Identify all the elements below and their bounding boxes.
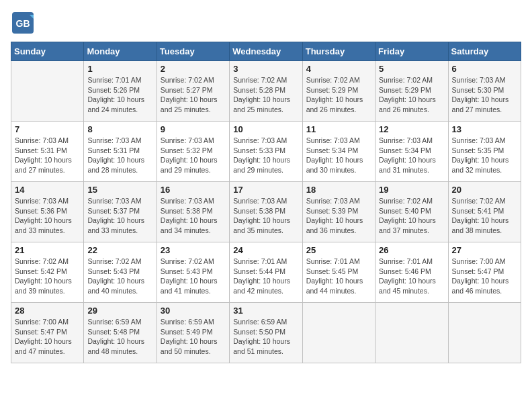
- cell-info: Sunrise: 7:01 AMSunset: 5:26 PMDaylight:…: [87, 76, 144, 113]
- cell-info: Sunrise: 7:00 AMSunset: 5:47 PMDaylight:…: [452, 257, 509, 295]
- cell-info: Sunrise: 7:02 AMSunset: 5:42 PMDaylight:…: [15, 257, 72, 295]
- cell-info: Sunrise: 7:03 AMSunset: 5:30 PMDaylight:…: [452, 76, 509, 113]
- cell-info: Sunrise: 7:00 AMSunset: 5:47 PMDaylight:…: [15, 318, 72, 355]
- day-of-week-header: Monday: [84, 42, 157, 61]
- calendar-cell: 4Sunrise: 7:02 AMSunset: 5:29 PMDaylight…: [302, 61, 375, 122]
- cell-info: Sunrise: 6:59 AMSunset: 5:48 PMDaylight:…: [87, 318, 144, 355]
- day-number: 2: [161, 64, 226, 74]
- calendar-cell: 18Sunrise: 7:03 AMSunset: 5:39 PMDayligh…: [302, 182, 375, 242]
- cell-info: Sunrise: 7:03 AMSunset: 5:39 PMDaylight:…: [306, 197, 363, 234]
- day-number: 19: [379, 185, 444, 195]
- calendar-cell: 7Sunrise: 7:03 AMSunset: 5:31 PMDaylight…: [11, 122, 84, 182]
- day-of-week-header: Sunday: [11, 42, 84, 61]
- day-of-week-header: Thursday: [302, 42, 375, 61]
- cell-info: Sunrise: 7:01 AMSunset: 5:45 PMDaylight:…: [306, 257, 363, 295]
- calendar-week-row: 1Sunrise: 7:01 AMSunset: 5:26 PMDaylight…: [11, 61, 521, 122]
- calendar-cell: [375, 303, 448, 363]
- day-number: 24: [233, 245, 298, 255]
- calendar-cell: 5Sunrise: 7:02 AMSunset: 5:29 PMDaylight…: [375, 61, 448, 122]
- calendar-cell: 11Sunrise: 7:03 AMSunset: 5:34 PMDayligh…: [302, 122, 375, 182]
- calendar-cell: 12Sunrise: 7:03 AMSunset: 5:34 PMDayligh…: [375, 122, 448, 182]
- cell-info: Sunrise: 7:03 AMSunset: 5:32 PMDaylight:…: [161, 136, 218, 174]
- day-number: 8: [87, 124, 152, 134]
- cell-info: Sunrise: 7:03 AMSunset: 5:37 PMDaylight:…: [87, 197, 144, 234]
- calendar-week-row: 7Sunrise: 7:03 AMSunset: 5:31 PMDaylight…: [11, 122, 521, 182]
- day-number: 18: [306, 185, 371, 195]
- day-number: 7: [15, 124, 80, 134]
- calendar-cell: 21Sunrise: 7:02 AMSunset: 5:42 PMDayligh…: [11, 242, 84, 303]
- calendar-cell: 23Sunrise: 7:02 AMSunset: 5:43 PMDayligh…: [157, 242, 229, 303]
- day-number: 21: [15, 245, 80, 255]
- cell-info: Sunrise: 7:02 AMSunset: 5:29 PMDaylight:…: [379, 76, 436, 113]
- calendar-cell: 17Sunrise: 7:03 AMSunset: 5:38 PMDayligh…: [230, 182, 302, 242]
- day-number: 5: [379, 64, 444, 74]
- day-number: 10: [233, 124, 298, 134]
- cell-info: Sunrise: 7:02 AMSunset: 5:40 PMDaylight:…: [379, 197, 436, 234]
- day-number: 29: [87, 306, 152, 316]
- calendar-cell: 27Sunrise: 7:00 AMSunset: 5:47 PMDayligh…: [448, 242, 521, 303]
- day-number: 26: [379, 245, 444, 255]
- day-of-week-header: Wednesday: [230, 42, 302, 61]
- calendar-cell: 16Sunrise: 7:03 AMSunset: 5:38 PMDayligh…: [157, 182, 229, 242]
- calendar-cell: 22Sunrise: 7:02 AMSunset: 5:43 PMDayligh…: [84, 242, 157, 303]
- day-number: 11: [306, 124, 371, 134]
- calendar-cell: 26Sunrise: 7:01 AMSunset: 5:46 PMDayligh…: [375, 242, 448, 303]
- day-of-week-header: Saturday: [448, 42, 521, 61]
- cell-info: Sunrise: 7:03 AMSunset: 5:34 PMDaylight:…: [379, 136, 436, 174]
- day-number: 22: [87, 245, 152, 255]
- calendar-cell: 3Sunrise: 7:02 AMSunset: 5:28 PMDaylight…: [230, 61, 302, 122]
- calendar-cell: 10Sunrise: 7:03 AMSunset: 5:33 PMDayligh…: [230, 122, 302, 182]
- calendar-cell: 15Sunrise: 7:03 AMSunset: 5:37 PMDayligh…: [84, 182, 157, 242]
- day-number: 16: [161, 185, 226, 195]
- cell-info: Sunrise: 6:59 AMSunset: 5:49 PMDaylight:…: [161, 318, 218, 355]
- cell-info: Sunrise: 7:03 AMSunset: 5:31 PMDaylight:…: [15, 136, 72, 174]
- calendar-cell: [11, 61, 84, 122]
- cell-info: Sunrise: 7:03 AMSunset: 5:33 PMDaylight:…: [233, 136, 290, 174]
- cell-info: Sunrise: 7:01 AMSunset: 5:44 PMDaylight:…: [233, 257, 290, 295]
- cell-info: Sunrise: 7:02 AMSunset: 5:29 PMDaylight:…: [306, 76, 363, 113]
- calendar-cell: 24Sunrise: 7:01 AMSunset: 5:44 PMDayligh…: [230, 242, 302, 303]
- day-number: 12: [379, 124, 444, 134]
- day-number: 23: [161, 245, 226, 255]
- calendar-week-row: 14Sunrise: 7:03 AMSunset: 5:36 PMDayligh…: [11, 182, 521, 242]
- calendar-cell: 30Sunrise: 6:59 AMSunset: 5:49 PMDayligh…: [157, 303, 229, 363]
- cell-info: Sunrise: 7:03 AMSunset: 5:34 PMDaylight:…: [306, 136, 363, 174]
- cell-info: Sunrise: 7:03 AMSunset: 5:36 PMDaylight:…: [15, 197, 72, 234]
- day-number: 6: [452, 64, 517, 74]
- day-number: 3: [233, 64, 298, 74]
- day-number: 15: [87, 185, 152, 195]
- cell-info: Sunrise: 7:03 AMSunset: 5:35 PMDaylight:…: [452, 136, 509, 174]
- calendar-cell: 2Sunrise: 7:02 AMSunset: 5:27 PMDaylight…: [157, 61, 229, 122]
- day-number: 1: [87, 64, 152, 74]
- cell-info: Sunrise: 7:02 AMSunset: 5:27 PMDaylight:…: [161, 76, 218, 113]
- day-of-week-header: Tuesday: [157, 42, 229, 61]
- cell-info: Sunrise: 7:02 AMSunset: 5:43 PMDaylight:…: [161, 257, 218, 295]
- calendar-header-row: SundayMondayTuesdayWednesdayThursdayFrid…: [11, 42, 521, 61]
- calendar-cell: 20Sunrise: 7:02 AMSunset: 5:41 PMDayligh…: [448, 182, 521, 242]
- calendar-table: SundayMondayTuesdayWednesdayThursdayFrid…: [11, 42, 521, 363]
- day-number: 25: [306, 245, 371, 255]
- day-number: 31: [233, 306, 298, 316]
- calendar-cell: 8Sunrise: 7:03 AMSunset: 5:31 PMDaylight…: [84, 122, 157, 182]
- day-number: 4: [306, 64, 371, 74]
- cell-info: Sunrise: 7:03 AMSunset: 5:31 PMDaylight:…: [87, 136, 144, 174]
- logo: GB: [11, 11, 38, 35]
- day-number: 14: [15, 185, 80, 195]
- calendar-cell: 1Sunrise: 7:01 AMSunset: 5:26 PMDaylight…: [84, 61, 157, 122]
- day-number: 27: [452, 245, 517, 255]
- day-number: 9: [161, 124, 226, 134]
- cell-info: Sunrise: 7:03 AMSunset: 5:38 PMDaylight:…: [161, 197, 218, 234]
- calendar-cell: 14Sunrise: 7:03 AMSunset: 5:36 PMDayligh…: [11, 182, 84, 242]
- day-number: 28: [15, 306, 80, 316]
- cell-info: Sunrise: 6:59 AMSunset: 5:50 PMDaylight:…: [233, 318, 290, 355]
- cell-info: Sunrise: 7:02 AMSunset: 5:43 PMDaylight:…: [87, 257, 144, 295]
- calendar-cell: 28Sunrise: 7:00 AMSunset: 5:47 PMDayligh…: [11, 303, 84, 363]
- calendar-week-row: 28Sunrise: 7:00 AMSunset: 5:47 PMDayligh…: [11, 303, 521, 363]
- calendar-cell: 9Sunrise: 7:03 AMSunset: 5:32 PMDaylight…: [157, 122, 229, 182]
- calendar-cell: 6Sunrise: 7:03 AMSunset: 5:30 PMDaylight…: [448, 61, 521, 122]
- svg-text:GB: GB: [16, 18, 30, 29]
- calendar-week-row: 21Sunrise: 7:02 AMSunset: 5:42 PMDayligh…: [11, 242, 521, 303]
- logo-icon: GB: [11, 11, 35, 35]
- calendar-cell: 25Sunrise: 7:01 AMSunset: 5:45 PMDayligh…: [302, 242, 375, 303]
- cell-info: Sunrise: 7:03 AMSunset: 5:38 PMDaylight:…: [233, 197, 290, 234]
